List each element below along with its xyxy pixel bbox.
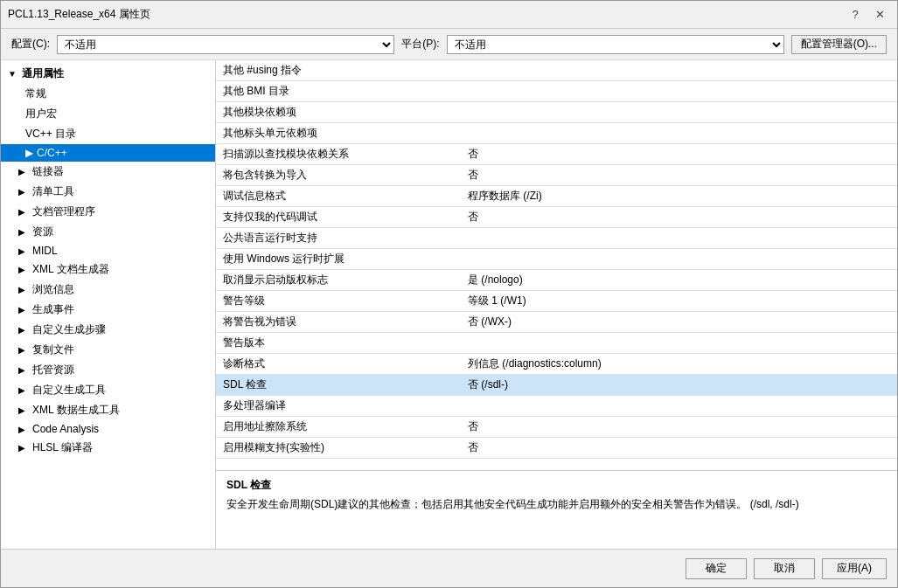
prop-label: 警告等级 [216,291,461,312]
sidebar-section-label: 通用属性 [22,66,64,81]
prop-value [461,396,897,417]
prop-label: 其他 BMI 目录 [216,81,461,102]
close-button[interactable]: ✕ [869,6,890,24]
prop-label: 其他标头单元依赖项 [216,123,461,144]
sidebar-item-manifest[interactable]: ▶ 清单工具 [1,182,215,202]
help-button[interactable]: ? [845,6,866,24]
title-bar-left: PCL1.13_Release_x64 属性页 [8,7,150,22]
sidebar-item-linker[interactable]: ▶ 链接器 [1,162,215,182]
config-select[interactable]: 不适用 [57,35,394,54]
prop-value: 否 [461,144,897,165]
prop-value [461,249,897,270]
table-row[interactable]: 将警告视为错误否 (/WX-) [216,312,897,333]
properties-container: 其他 #using 指令其他 BMI 目录其他模块依赖项其他标头单元依赖项扫描源… [216,60,897,470]
sidebar-item-xml-gen[interactable]: ▶ XML 文档生成器 [1,259,215,280]
config-label: 配置(C): [11,37,50,52]
prop-value [461,102,897,123]
prop-value [461,228,897,249]
table-row[interactable]: 调试信息格式程序数据库 (/Zi) [216,186,897,207]
config-manager-button[interactable]: 配置管理器(O)... [791,35,887,54]
apply-button[interactable]: 应用(A) [822,558,887,579]
prop-value: 否 [461,207,897,228]
sidebar-item-vc-dirs[interactable]: VC++ 目录 [1,124,215,144]
title-bar: PCL1.13_Release_x64 属性页 ? ✕ [1,1,897,29]
table-row[interactable]: 扫描源以查找模块依赖关系否 [216,144,897,165]
linker-arrow-icon: ▶ [18,167,29,176]
sidebar-item-custom-tools[interactable]: ▶ 自定义生成工具 [1,380,215,400]
prop-label: 诊断格式 [216,354,461,375]
xml-gen-arrow-icon: ▶ [18,265,29,274]
platform-label: 平台(P): [401,37,439,52]
table-row[interactable]: 警告等级等级 1 (/W1) [216,291,897,312]
table-row[interactable]: 支持仅我的代码调试否 [216,207,897,228]
sidebar-item-user-macros[interactable]: 用户宏 [1,104,215,124]
prop-label: 使用 Windows 运行时扩展 [216,249,461,270]
platform-select[interactable]: 不适用 [447,35,784,54]
custom-tools-arrow-icon: ▶ [18,385,29,395]
prop-value: 列信息 (/diagnostics:column) [461,354,897,375]
cpp-arrow-icon: ▶ [25,147,33,159]
table-row[interactable]: 多处理器编译 [216,396,897,417]
prop-value: 否 [461,438,897,459]
sidebar-item-midl[interactable]: ▶ MIDL [1,242,215,259]
ok-button[interactable]: 确定 [686,558,747,579]
sidebar: ▼ 通用属性 常规 用户宏 VC++ 目录 ▶ C/C++ ▶ 链接器 ▶ [1,60,216,549]
build-events-arrow-icon: ▶ [18,305,29,315]
resources-arrow-icon: ▶ [18,227,29,237]
prop-value [461,81,897,102]
prop-value: 否 (/WX-) [461,312,897,333]
sidebar-item-managed[interactable]: ▶ 托管资源 [1,360,215,380]
prop-label: 支持仅我的代码调试 [216,207,461,228]
description-text: 安全开发生命周期(SDL)建议的其他检查；包括启用其他安全代码生成功能并启用额外… [226,496,887,512]
cancel-button[interactable]: 取消 [754,558,815,579]
sidebar-item-resources[interactable]: ▶ 资源 [1,222,215,242]
main-content: ▼ 通用属性 常规 用户宏 VC++ 目录 ▶ C/C++ ▶ 链接器 ▶ [1,60,897,549]
sidebar-item-xml-data-gen[interactable]: ▶ XML 数据生成工具 [1,400,215,420]
prop-value [461,60,897,81]
table-row[interactable]: 警告版本 [216,333,897,354]
sidebar-item-code-analysis[interactable]: ▶ Code Analysis [1,420,215,438]
code-analysis-arrow-icon: ▶ [18,425,29,434]
description-panel: SDL 检查 安全开发生命周期(SDL)建议的其他检查；包括启用其他安全代码生成… [216,470,897,549]
sidebar-item-general[interactable]: 常规 [1,84,215,104]
managed-arrow-icon: ▶ [18,365,29,375]
sidebar-item-custom-build[interactable]: ▶ 自定义生成步骤 [1,320,215,340]
table-row[interactable]: 启用模糊支持(实验性)否 [216,438,897,459]
prop-label: 其他 #using 指令 [216,60,461,81]
table-row[interactable]: SDL 检查否 (/sdl-) [216,375,897,396]
section-arrow: ▼ [8,69,18,79]
prop-label: 多处理器编译 [216,396,461,417]
table-row[interactable]: 其他 BMI 目录 [216,81,897,102]
table-row[interactable]: 将包含转换为导入否 [216,165,897,186]
table-row[interactable]: 诊断格式列信息 (/diagnostics:column) [216,354,897,375]
table-row[interactable]: 其他标头单元依赖项 [216,123,897,144]
midl-arrow-icon: ▶ [18,246,29,256]
sidebar-item-copy-files[interactable]: ▶ 复制文件 [1,340,215,360]
prop-value: 否 [461,165,897,186]
prop-label: 取消显示启动版权标志 [216,270,461,291]
prop-value: 等级 1 (/W1) [461,291,897,312]
prop-label: SDL 检查 [216,375,461,396]
browse-arrow-icon: ▶ [18,285,29,294]
sidebar-item-hlsl[interactable]: ▶ HLSL 编译器 [1,438,215,458]
sidebar-item-cpp[interactable]: ▶ C/C++ [1,144,215,162]
prop-value: 否 [461,417,897,438]
manifest-arrow-icon: ▶ [18,187,29,197]
sidebar-item-build-events[interactable]: ▶ 生成事件 [1,300,215,320]
description-title: SDL 检查 [226,478,887,493]
bottom-bar: 确定 取消 应用(A) [1,549,897,587]
sidebar-item-browse[interactable]: ▶ 浏览信息 [1,280,215,300]
right-panel: 其他 #using 指令其他 BMI 目录其他模块依赖项其他标头单元依赖项扫描源… [216,60,897,549]
prop-label: 将包含转换为导入 [216,165,461,186]
sidebar-item-xmldoc[interactable]: ▶ 文档管理程序 [1,202,215,222]
table-row[interactable]: 其他模块依赖项 [216,102,897,123]
sidebar-section-general[interactable]: ▼ 通用属性 [1,64,215,84]
xml-data-gen-arrow-icon: ▶ [18,405,29,415]
table-row[interactable]: 使用 Windows 运行时扩展 [216,249,897,270]
table-row[interactable]: 取消显示启动版权标志是 (/nologo) [216,270,897,291]
custom-build-arrow-icon: ▶ [18,325,29,335]
window-title: PCL1.13_Release_x64 属性页 [8,7,150,22]
table-row[interactable]: 启用地址擦除系统否 [216,417,897,438]
table-row[interactable]: 公共语言运行时支持 [216,228,897,249]
table-row[interactable]: 其他 #using 指令 [216,60,897,81]
